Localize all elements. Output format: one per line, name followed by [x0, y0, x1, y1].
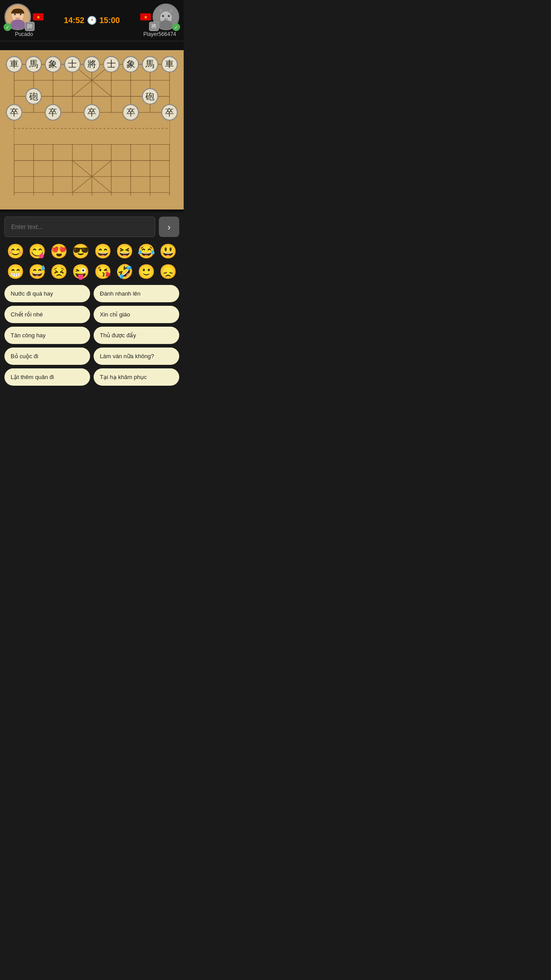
player1-rank: 帥 — [25, 22, 35, 31]
send-button[interactable]: › — [159, 217, 179, 237]
emoji-row-2: 😁 😅 😣 😜 😘 🤣 🙂 😞 — [4, 263, 179, 281]
emoji-section: 😊 😋 😍 😎 😄 😆 😂 😃 😁 😅 😣 😜 😘 🤣 🙂 😞 — [4, 242, 179, 281]
board-grid-svg: 車 馬 象 士 將 士 象 馬 車 — [4, 55, 179, 205]
svg-point-8 — [168, 15, 170, 17]
emoji-btn-3[interactable]: 😍 — [48, 242, 70, 260]
timer-display: 14:52 🕐 15:00 — [64, 16, 120, 25]
emoji-btn-8[interactable]: 😃 — [157, 242, 179, 260]
phrases-grid: Nước đi quá hay Đánh nhanh lên Chết rồi … — [4, 285, 179, 386]
svg-text:卒: 卒 — [126, 107, 135, 117]
phrase-btn-7[interactable]: Bỏ cuộc đi — [4, 348, 90, 365]
send-icon: › — [168, 222, 171, 232]
svg-text:卒: 卒 — [10, 107, 19, 117]
chat-input-row: › — [4, 217, 179, 237]
svg-text:車: 車 — [165, 59, 174, 69]
phrase-btn-9[interactable]: Lật thêm quân đi — [4, 368, 90, 386]
svg-text:士: 士 — [107, 59, 116, 69]
timer-left: 14:52 — [64, 16, 84, 25]
svg-text:卒: 卒 — [48, 107, 57, 117]
svg-text:馬: 馬 — [29, 59, 38, 69]
phrase-btn-1[interactable]: Nước đi quá hay — [4, 285, 90, 302]
phrase-btn-2[interactable]: Đánh nhanh lên — [94, 285, 179, 302]
emoji-btn-15[interactable]: 🙂 — [136, 263, 157, 281]
phrase-btn-3[interactable]: Chết rồi nhé — [4, 306, 90, 323]
svg-point-3 — [20, 14, 22, 16]
phrase-btn-4[interactable]: Xin chỉ giáo — [94, 306, 179, 323]
emoji-btn-16[interactable]: 😞 — [157, 263, 179, 281]
player1-check: ✓ — [4, 23, 12, 31]
player2-rank: 將 — [149, 22, 159, 31]
timer-right: 15:00 — [99, 16, 120, 25]
player2-flag — [140, 13, 151, 20]
chat-panel: › 😊 😋 😍 😎 😄 😆 😂 😃 😁 😅 😣 😜 😘 🤣 🙂 😞 Nước — [0, 212, 184, 390]
player2-check: ✓ — [172, 23, 180, 31]
phrase-btn-8[interactable]: Làm ván nữa không? — [94, 348, 179, 365]
emoji-btn-9[interactable]: 😁 — [5, 263, 26, 281]
svg-text:車: 車 — [10, 59, 19, 69]
chess-board[interactable]: 車 馬 象 士 將 士 象 馬 車 — [4, 55, 179, 205]
svg-text:象: 象 — [126, 59, 135, 69]
emoji-btn-1[interactable]: 😊 — [5, 242, 26, 260]
emoji-btn-7[interactable]: 😂 — [136, 242, 157, 260]
emoji-row-1: 😊 😋 😍 😎 😄 😆 😂 😃 — [4, 242, 179, 260]
svg-point-7 — [162, 15, 164, 17]
clock-icon: 🕐 — [87, 16, 97, 25]
svg-text:砲: 砲 — [145, 91, 154, 101]
svg-text:馬: 馬 — [145, 59, 154, 69]
emoji-btn-10[interactable]: 😅 — [27, 263, 48, 281]
emoji-btn-5[interactable]: 😄 — [92, 242, 114, 260]
player1-avatar: ✓ 帥 — [4, 4, 31, 30]
top-spacer — [0, 41, 184, 50]
svg-text:卒: 卒 — [87, 107, 96, 117]
player1-info: ✓ 帥 Pucado — [4, 4, 43, 37]
svg-text:士: 士 — [68, 59, 77, 69]
svg-text:卒: 卒 — [165, 107, 174, 117]
emoji-btn-11[interactable]: 😣 — [48, 263, 70, 281]
player1-name: Pucado — [15, 31, 33, 37]
svg-text:將: 將 — [87, 59, 96, 69]
player2-info: ✓ 將 Player566474 — [140, 4, 179, 37]
phrase-btn-10[interactable]: Tại hạ khâm phục — [94, 368, 179, 386]
phrase-btn-6[interactable]: Thủ được đấy — [94, 327, 179, 344]
emoji-btn-14[interactable]: 🤣 — [114, 263, 135, 281]
chat-text-input[interactable] — [4, 217, 155, 237]
svg-text:象: 象 — [48, 59, 57, 69]
player2-avatar: ✓ 將 — [153, 4, 179, 30]
game-header: ✓ 帥 Pucado 14:52 🕐 15:00 — [0, 0, 184, 41]
svg-text:砲: 砲 — [29, 91, 38, 101]
player1-flag — [33, 13, 43, 20]
timer-section: 14:52 🕐 15:00 — [64, 16, 120, 25]
emoji-btn-13[interactable]: 😘 — [92, 263, 114, 281]
emoji-btn-2[interactable]: 😋 — [27, 242, 48, 260]
emoji-btn-4[interactable]: 😎 — [70, 242, 91, 260]
svg-point-2 — [14, 14, 16, 16]
chess-board-container: 車 馬 象 士 將 士 象 馬 車 — [0, 50, 184, 209]
emoji-btn-12[interactable]: 😜 — [70, 263, 91, 281]
emoji-btn-6[interactable]: 😆 — [114, 242, 135, 260]
player2-name: Player566474 — [143, 31, 176, 37]
phrase-btn-5[interactable]: Tân công hay — [4, 327, 90, 344]
